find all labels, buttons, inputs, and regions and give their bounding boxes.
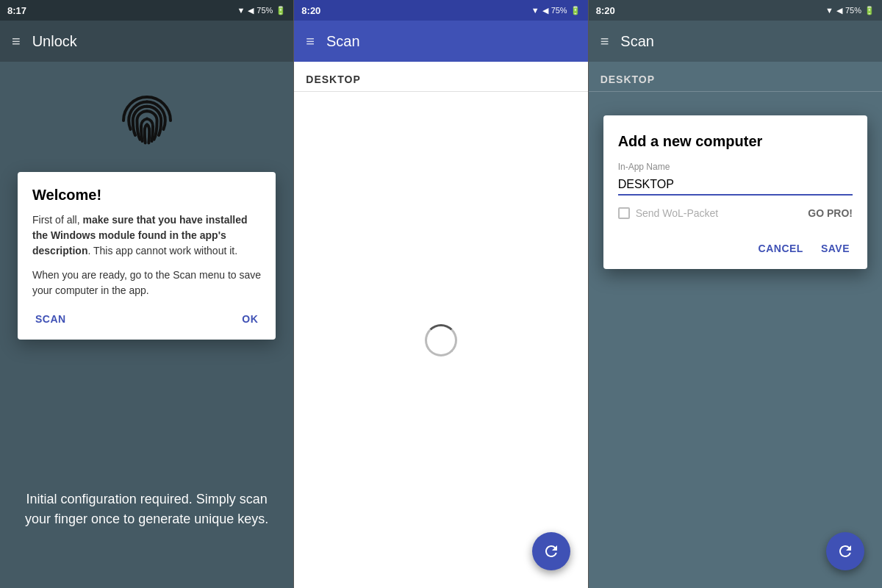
menu-icon-1[interactable]: ≡ bbox=[12, 33, 21, 50]
refresh-fab-2[interactable] bbox=[532, 532, 570, 570]
phone-panel-add: 8:20 ▼ ◀ 75% 🔋 ≡ Scan DESKTOP Add a new … bbox=[589, 0, 882, 588]
go-pro-label: GO PRO! bbox=[808, 207, 853, 219]
refresh-fab-3[interactable] bbox=[826, 532, 864, 570]
battery-label-2: 75% bbox=[551, 6, 567, 15]
welcome-text-2: When you are ready, go to the Scan menu … bbox=[32, 268, 261, 298]
status-time-2: 8:20 bbox=[301, 5, 320, 16]
wifi-icon-3: ▼ bbox=[825, 6, 833, 15]
welcome-dialog-actions: SCAN OK bbox=[32, 307, 261, 331]
input-label: In-App Name bbox=[618, 162, 853, 172]
add-dialog-actions: CANCEL SAVE bbox=[618, 231, 853, 260]
status-bar-3: 8:20 ▼ ◀ 75% 🔋 bbox=[589, 0, 882, 21]
wifi-icon-2: ▼ bbox=[531, 6, 539, 15]
scan-spinner-area bbox=[294, 92, 587, 588]
wol-label: Send WoL-Packet bbox=[636, 207, 719, 219]
refresh-icon-2 bbox=[542, 542, 560, 560]
welcome-text-part2: . This app cannot work without it. bbox=[87, 245, 237, 257]
battery-label-3: 75% bbox=[845, 6, 861, 15]
add-dialog-title: Add a new computer bbox=[618, 133, 853, 150]
status-bar-1: 8:17 ▼ ◀ 75% 🔋 bbox=[0, 0, 293, 21]
menu-icon-2[interactable]: ≡ bbox=[306, 33, 315, 50]
app-bar-title-1: Unlock bbox=[32, 33, 77, 50]
wifi-icon: ▼ bbox=[237, 6, 245, 15]
status-icons-1: ▼ ◀ 75% 🔋 bbox=[237, 6, 286, 15]
add-computer-dialog: Add a new computer In-App Name Send WoL-… bbox=[603, 115, 867, 269]
battery-icon: 🔋 bbox=[276, 6, 286, 15]
scan-body: DESKTOP bbox=[294, 62, 587, 588]
unlock-body: Welcome! First of all, make sure that yo… bbox=[0, 62, 293, 588]
save-button[interactable]: SAVE bbox=[818, 237, 853, 260]
status-time-1: 8:17 bbox=[7, 5, 26, 16]
status-icons-3: ▼ ◀ 75% 🔋 bbox=[825, 6, 875, 15]
battery-icon-2: 🔋 bbox=[570, 6, 581, 15]
signal-icon-2: ◀ bbox=[542, 6, 548, 15]
battery-label-1: 75% bbox=[257, 6, 273, 15]
welcome-text-part1: First of all, bbox=[32, 214, 82, 226]
welcome-dialog: Welcome! First of all, make sure that yo… bbox=[18, 172, 276, 340]
welcome-text: First of all, make sure that you have in… bbox=[32, 212, 261, 259]
app-bar-1: ≡ Unlock bbox=[0, 21, 293, 62]
battery-icon-3: 🔋 bbox=[864, 6, 875, 15]
computer-name-input[interactable] bbox=[618, 175, 853, 196]
wol-row: Send WoL-Packet GO PRO! bbox=[618, 207, 853, 219]
menu-icon-3[interactable]: ≡ bbox=[600, 33, 609, 50]
cancel-button[interactable]: CANCEL bbox=[756, 237, 806, 260]
app-bar-title-3: Scan bbox=[620, 33, 654, 50]
phone-panel-scan: 8:20 ▼ ◀ 75% 🔋 ≡ Scan DESKTOP bbox=[293, 0, 588, 588]
status-time-3: 8:20 bbox=[596, 5, 615, 16]
scan-button[interactable]: SCAN bbox=[32, 307, 69, 331]
add-section-header: DESKTOP bbox=[589, 62, 882, 92]
app-bar-2: ≡ Scan bbox=[294, 21, 587, 62]
add-body: DESKTOP Add a new computer In-App Name S… bbox=[589, 62, 882, 588]
signal-icon: ◀ bbox=[248, 6, 254, 15]
signal-icon-3: ◀ bbox=[836, 6, 842, 15]
phone-panel-unlock: 8:17 ▼ ◀ 75% 🔋 ≡ Unlock bbox=[0, 0, 293, 588]
unlock-footer-text: Initial configuration required. Simply s… bbox=[0, 490, 293, 529]
welcome-title: Welcome! bbox=[32, 187, 261, 204]
refresh-icon-3 bbox=[836, 542, 854, 560]
scan-section-header: DESKTOP bbox=[294, 62, 587, 92]
status-bar-2: 8:20 ▼ ◀ 75% 🔋 bbox=[294, 0, 587, 21]
loading-spinner bbox=[425, 324, 457, 356]
status-icons-2: ▼ ◀ 75% 🔋 bbox=[531, 6, 581, 15]
app-bar-title-2: Scan bbox=[326, 33, 360, 50]
wol-checkbox[interactable] bbox=[618, 207, 630, 219]
app-bar-3: ≡ Scan bbox=[589, 21, 882, 62]
fingerprint-icon bbox=[118, 91, 176, 150]
ok-button[interactable]: OK bbox=[239, 307, 261, 331]
